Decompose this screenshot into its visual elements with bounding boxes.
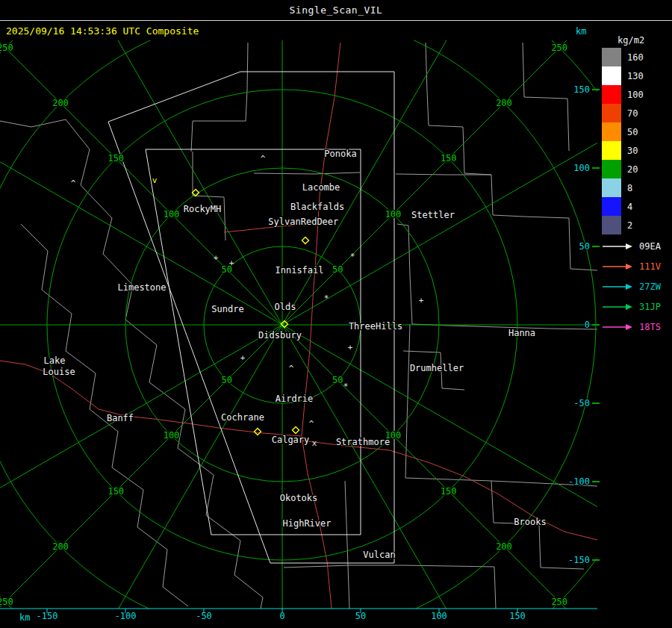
svg-text:Hanna: Hanna: [508, 328, 535, 338]
svg-text:Cochrane: Cochrane: [221, 412, 264, 423]
svg-text:RockyMH: RockyMH: [184, 204, 222, 214]
svg-text:Vulcan: Vulcan: [363, 550, 395, 560]
bottom-axis: -150-100-50050100150: [0, 609, 597, 621]
scale-swatch: [602, 85, 621, 104]
svg-text:Sundre: Sundre: [211, 304, 243, 314]
track-row: 111V: [602, 256, 661, 276]
scale-swatch: [602, 178, 621, 197]
svg-text:Strathmore: Strathmore: [336, 437, 390, 447]
scale-value: 160: [627, 52, 644, 63]
svg-text:^: ^: [289, 364, 294, 373]
svg-text:Calgary: Calgary: [272, 435, 310, 445]
svg-text:200: 200: [496, 541, 512, 552]
track-row: 09EA: [602, 236, 661, 256]
scale-value: 130: [627, 71, 644, 81]
scale-row: 8: [602, 178, 644, 197]
svg-text:+: +: [240, 353, 246, 363]
scale-swatch: [602, 216, 621, 234]
svg-text:200: 200: [496, 98, 512, 108]
svg-text:+: +: [229, 258, 234, 268]
track-id-label: 31JP: [639, 302, 661, 312]
svg-text:100: 100: [573, 163, 590, 173]
scale-row: 2: [602, 216, 644, 234]
svg-text:Banff: Banff: [107, 413, 134, 423]
svg-text:+: +: [419, 296, 424, 305]
svg-text:Ponoka: Ponoka: [324, 149, 356, 159]
scale-swatch: [602, 197, 621, 216]
track-id-label: 18TS: [639, 322, 661, 332]
svg-text:ThreeHills: ThreeHills: [349, 321, 402, 332]
track-arrow-icon: [602, 322, 633, 332]
svg-text:^: ^: [309, 419, 314, 429]
track-id-label: 27ZW: [639, 282, 661, 292]
svg-text:*: *: [350, 252, 355, 261]
track-arrow-icon: [602, 241, 633, 252]
svg-text:Brooks: Brooks: [514, 517, 546, 527]
scale-value: 20: [627, 164, 638, 175]
scale-row: 100: [602, 85, 644, 104]
scale-row: 70: [602, 104, 644, 122]
svg-text:0: 0: [279, 611, 284, 621]
svg-text:150: 150: [441, 153, 457, 164]
svg-text:150: 150: [108, 486, 124, 497]
scale-row: 130: [602, 66, 644, 85]
svg-text:Sylvan: Sylvan: [268, 217, 300, 227]
svg-text:Louise: Louise: [43, 367, 75, 377]
track-arrow-icon: [602, 282, 633, 292]
track-arrow-icon: [602, 261, 633, 272]
svg-text:-100: -100: [568, 476, 590, 487]
svg-text:^: ^: [71, 178, 76, 188]
svg-text:RedDeer: RedDeer: [301, 217, 339, 227]
svg-text:Stettler: Stettler: [411, 210, 455, 220]
scale-swatch: [602, 48, 621, 66]
svg-text:250: 250: [551, 597, 567, 607]
svg-text:0: 0: [585, 320, 590, 330]
svg-text:v: v: [152, 175, 158, 185]
scale-row: 50: [602, 122, 644, 141]
scale-value: 70: [627, 108, 638, 119]
svg-text:250: 250: [0, 43, 13, 53]
svg-text:Didsbury: Didsbury: [258, 330, 302, 341]
svg-text:x: x: [312, 438, 317, 448]
svg-text:50: 50: [222, 375, 232, 385]
svg-text:150: 150: [573, 84, 590, 95]
svg-text:Olds: Olds: [275, 302, 296, 312]
svg-text:50: 50: [332, 264, 343, 275]
radar-map[interactable]: 5050505010010010010015015015015020020020…: [0, 0, 672, 628]
scale-value: 4: [627, 202, 632, 212]
svg-text:Okotoks: Okotoks: [280, 493, 318, 503]
track-row: 31JP: [602, 296, 661, 317]
svg-text:200: 200: [52, 98, 69, 108]
obs-symbols: ^^v*++*+++*^^x: [71, 154, 424, 448]
scale-value: 8: [627, 183, 632, 193]
svg-text:-50: -50: [196, 611, 212, 621]
svg-text:250: 250: [0, 597, 13, 607]
scale-swatch: [602, 104, 621, 122]
svg-text:-50: -50: [573, 398, 590, 408]
track-id-label: 09EA: [639, 241, 661, 252]
svg-text:^: ^: [261, 154, 266, 164]
svg-text:50: 50: [579, 241, 590, 252]
legend-unit-label: kg/m2: [617, 35, 644, 46]
svg-text:150: 150: [108, 153, 124, 164]
scale-swatch: [602, 122, 621, 141]
svg-text:250: 250: [551, 43, 567, 53]
scale-value: 50: [627, 127, 638, 137]
scale-row: 160: [602, 48, 644, 66]
scale-value: 30: [627, 146, 638, 156]
svg-text:-100: -100: [115, 611, 137, 621]
svg-text:-150: -150: [37, 611, 58, 621]
svg-text:100: 100: [385, 209, 402, 220]
svg-text:*: *: [324, 293, 329, 303]
radar-window: Single_Scan_VIL 2025/09/16 14:53:36 UTC …: [0, 0, 672, 628]
color-scale-legend: 16013010070503020842: [602, 48, 644, 234]
radial-lines: [0, 0, 672, 628]
svg-text:100: 100: [164, 430, 180, 441]
scale-swatch: [602, 160, 621, 178]
svg-text:200: 200: [52, 541, 69, 552]
svg-text:Blackfalds: Blackfalds: [290, 202, 344, 212]
map-layers: 5050505010010010010015015015015020020020…: [0, 0, 672, 628]
track-row: 18TS: [602, 317, 661, 337]
svg-text:100: 100: [431, 611, 447, 621]
svg-text:HighRiver: HighRiver: [282, 518, 331, 529]
